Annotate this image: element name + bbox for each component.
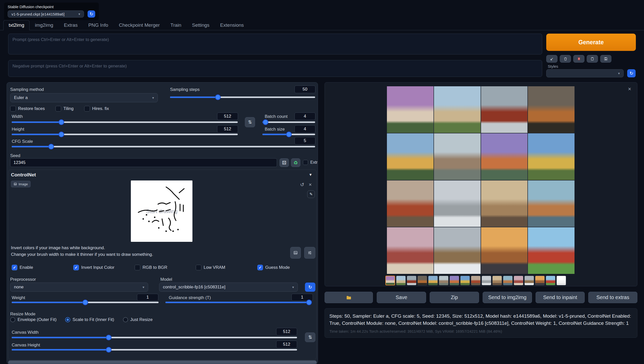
gallery-image[interactable] (481, 133, 528, 180)
refresh-styles-button[interactable]: ↻ (627, 69, 636, 77)
tab-img2img[interactable]: img2img (30, 20, 59, 30)
tab-train[interactable]: Train (165, 20, 187, 30)
seed-extra-checkbox[interactable] (303, 160, 308, 165)
height-slider[interactable] (12, 131, 238, 137)
thumbnail-image[interactable] (460, 276, 470, 285)
rgb-to-bgr-option[interactable]: RGB to BGR (135, 265, 167, 270)
thumbnail-image[interactable] (482, 276, 491, 285)
resize-envelope-radio[interactable] (10, 317, 15, 322)
guidance-strength-slider[interactable] (165, 299, 311, 305)
thumbnail-image[interactable] (417, 276, 427, 285)
refresh-models-button[interactable]: ↻ (305, 283, 315, 292)
send-to-img2img-button[interactable]: Send to img2img (483, 292, 532, 303)
thumbnail-image[interactable] (428, 276, 438, 285)
low-vram-option[interactable]: Low VRAM (196, 265, 225, 270)
slider-handle[interactable] (48, 144, 54, 149)
prompt-input[interactable] (8, 34, 542, 54)
guess-mode-option[interactable]: Guess Mode (257, 265, 290, 270)
sampling-method-dropdown[interactable]: Euler a ▾ (10, 93, 158, 102)
hires-fix-option[interactable]: Hires. fix (84, 106, 109, 111)
send-to-inpaint-button[interactable]: Send to inpaint (536, 292, 585, 303)
random-seed-button[interactable]: ⚄ (279, 158, 289, 167)
slider-handle[interactable] (106, 335, 111, 340)
slider-handle[interactable] (82, 300, 88, 305)
weight-slider[interactable] (12, 299, 159, 305)
gallery-image[interactable] (481, 180, 528, 227)
save-style-button[interactable] (600, 55, 611, 63)
resize-option-just-resize[interactable]: Just Resize (123, 317, 153, 322)
brush-settings-button[interactable] (304, 247, 315, 259)
gallery-image[interactable] (387, 227, 433, 274)
gallery-image[interactable] (434, 133, 481, 180)
thumbnail-image[interactable] (503, 276, 513, 285)
enable-checkbox[interactable] (12, 265, 17, 270)
thumbnail-image[interactable] (524, 276, 534, 285)
slider-handle[interactable] (59, 132, 64, 137)
tab-txt2img[interactable]: txt2img (3, 20, 30, 30)
guess-mode-checkbox[interactable] (257, 265, 263, 270)
resize-option-scale-to-fit[interactable]: Scale to Fit (Inner Fit) (65, 317, 114, 322)
canvas-height-slider[interactable] (12, 347, 297, 353)
canvas-clear-button[interactable]: × (309, 182, 312, 188)
seed-input[interactable] (10, 158, 277, 167)
gallery-image[interactable] (481, 227, 528, 274)
thumbnail-image[interactable] (385, 276, 395, 285)
script-section-bar[interactable] (8, 360, 317, 364)
gallery-image[interactable] (387, 86, 433, 133)
thumbnail-image[interactable] (471, 276, 481, 285)
thumbnail-image[interactable] (407, 276, 416, 285)
controlnet-enable-option[interactable]: Enable (12, 265, 33, 270)
close-gallery-button[interactable]: × (628, 86, 631, 92)
width-slider[interactable] (12, 119, 238, 125)
cfg-scale-slider[interactable] (12, 144, 315, 150)
thumbnail-image[interactable] (546, 276, 555, 285)
invert-input-color-option[interactable]: Invert Input Color (73, 265, 114, 270)
gallery-image[interactable] (528, 227, 575, 274)
slider-handle[interactable] (263, 119, 268, 125)
sampling-steps-input[interactable] (295, 86, 315, 93)
thumbnail-image[interactable] (439, 276, 449, 285)
tab-extensions[interactable]: Extensions (215, 20, 249, 30)
zip-button[interactable]: Zip (430, 292, 479, 303)
checkpoint-dropdown[interactable]: v1-5-pruned.ckpt [e1441589a6] ▾ (8, 10, 84, 18)
gallery-image[interactable] (481, 86, 528, 133)
open-folder-button[interactable] (325, 292, 373, 303)
resize-option-envelope[interactable]: Envelope (Outer Fit) (10, 317, 57, 322)
hires-fix-checkbox[interactable] (84, 106, 90, 111)
gallery-image[interactable] (528, 86, 575, 133)
restore-faces-option[interactable]: Restore faces (10, 106, 45, 111)
clear-prompt-button[interactable] (560, 55, 571, 63)
refresh-checkpoint-button[interactable]: ↻ (88, 10, 95, 18)
gallery-image[interactable] (387, 180, 433, 227)
slider-handle[interactable] (215, 94, 221, 100)
save-button[interactable]: Save (377, 292, 426, 303)
slider-handle[interactable] (286, 132, 292, 137)
reuse-seed-button[interactable]: ♻ (291, 158, 300, 167)
low-vram-checkbox[interactable] (196, 265, 201, 270)
tab-settings[interactable]: Settings (187, 20, 215, 30)
gallery-image[interactable] (528, 180, 575, 227)
slider-handle[interactable] (59, 119, 64, 125)
sampling-steps-slider[interactable] (170, 94, 315, 100)
tab-extras[interactable]: Extras (59, 20, 83, 30)
send-to-extras-button[interactable]: Send to extras (588, 292, 637, 303)
resize-just-resize-radio[interactable] (123, 317, 128, 322)
model-dropdown[interactable]: control_scribble-fp16 [c508311e] ▾ (159, 283, 298, 292)
gallery-image[interactable] (434, 86, 481, 133)
controlnet-canvas[interactable]: Start drawing (131, 180, 192, 242)
invert-input-color-checkbox[interactable] (73, 265, 79, 270)
extra-networks-button[interactable] (573, 55, 584, 63)
new-canvas-button[interactable] (290, 247, 301, 259)
generate-button[interactable]: Generate (546, 34, 636, 51)
resize-scale-to-fit-radio[interactable] (65, 317, 70, 322)
gallery-image[interactable] (434, 227, 481, 274)
rgb-to-bgr-checkbox[interactable] (135, 265, 140, 270)
batch-count-slider[interactable] (262, 119, 315, 125)
restore-faces-checkbox[interactable] (10, 106, 16, 111)
thumbnail-image[interactable] (492, 276, 502, 285)
thumbnail-control-map[interactable] (556, 276, 566, 285)
slider-handle[interactable] (306, 300, 312, 305)
slider-handle[interactable] (106, 347, 111, 353)
preprocessor-dropdown[interactable]: none ▾ (10, 283, 148, 292)
swap-width-height-button[interactable]: ⇅ (245, 117, 255, 127)
